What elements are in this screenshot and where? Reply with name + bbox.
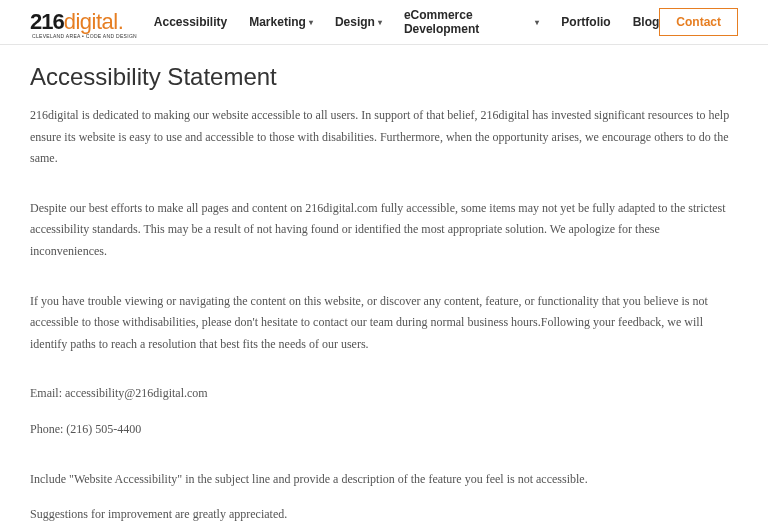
- logo-part1: 216: [30, 9, 64, 35]
- page-title: Accessibility Statement: [30, 63, 738, 91]
- email-line: Email: accessibility@216digital.com: [30, 383, 738, 405]
- chevron-down-icon: ▾: [535, 18, 539, 27]
- logo-dot: .: [118, 9, 124, 35]
- contact-details: Email: accessibility@216digital.com Phon…: [30, 383, 738, 440]
- paragraph-suggestions: Suggestions for improvement are greatly …: [30, 504, 738, 524]
- paragraph-intro: 216digital is dedicated to making our we…: [30, 105, 738, 170]
- contact-button[interactable]: Contact: [659, 8, 738, 36]
- paragraph-contact-info: If you have trouble viewing or navigatin…: [30, 291, 738, 356]
- nav-label: Accessibility: [154, 15, 227, 29]
- nav-label: Blog: [633, 15, 660, 29]
- nav-ecommerce[interactable]: eCommerce Development ▾: [404, 8, 539, 36]
- nav-portfolio[interactable]: Portfolio: [561, 15, 610, 29]
- header: 216digital. CLEVELAND AREA • CODE AND DE…: [0, 0, 768, 45]
- paragraph-subject: Include "Website Accessibility" in the s…: [30, 469, 738, 491]
- main-nav: Accessibility Marketing ▾ Design ▾ eComm…: [154, 8, 660, 36]
- nav-blog[interactable]: Blog: [633, 15, 660, 29]
- nav-accessibility[interactable]: Accessibility: [154, 15, 227, 29]
- chevron-down-icon: ▾: [309, 18, 313, 27]
- logo-part2: digital: [64, 9, 118, 35]
- paragraph-disclaimer: Despite our best efforts to make all pag…: [30, 198, 738, 263]
- phone-line: Phone: (216) 505-4400: [30, 419, 738, 441]
- main-content: Accessibility Statement 216digital is de…: [0, 45, 768, 524]
- nav-marketing[interactable]: Marketing ▾: [249, 15, 313, 29]
- nav-label: Portfolio: [561, 15, 610, 29]
- nav-label: Marketing: [249, 15, 306, 29]
- chevron-down-icon: ▾: [378, 18, 382, 27]
- logo[interactable]: 216digital. CLEVELAND AREA • CODE AND DE…: [30, 9, 124, 35]
- nav-label: eCommerce Development: [404, 8, 532, 36]
- logo-tagline: CLEVELAND AREA • CODE AND DESIGN: [32, 33, 137, 39]
- nav-label: Design: [335, 15, 375, 29]
- nav-design[interactable]: Design ▾: [335, 15, 382, 29]
